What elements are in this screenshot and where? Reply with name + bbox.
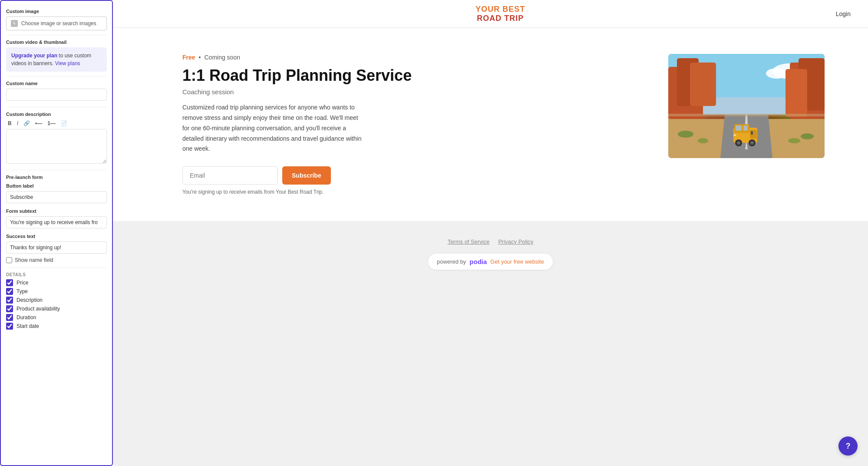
- custom-desc-label: Custom description: [6, 112, 107, 117]
- form-subtext-input[interactable]: [6, 216, 107, 228]
- svg-rect-10: [785, 69, 807, 117]
- svg-rect-7: [690, 63, 716, 106]
- upgrade-text-bold: Upgrade your plan: [11, 53, 57, 59]
- detail-description: Description: [6, 297, 107, 304]
- badge-dot: •: [199, 54, 201, 61]
- custom-name-input[interactable]: [6, 89, 107, 101]
- logo-line1: YOUR BEST: [475, 5, 525, 13]
- svg-point-28: [750, 141, 754, 145]
- description-checkbox[interactable]: [6, 297, 13, 304]
- hero-section: Free • Coming soon 1:1 Road Trip Plannin…: [113, 28, 868, 221]
- site-logo: YOUR BEST ROAD TRIP: [475, 5, 525, 23]
- left-panel: Custom image ✎ Choose image or search im…: [0, 0, 113, 466]
- main-content: YOUR BEST ROAD TRIP Login Free • Coming …: [113, 0, 868, 466]
- product-availability-checkbox[interactable]: [6, 305, 13, 312]
- italic-button[interactable]: I: [15, 119, 20, 127]
- svg-point-12: [678, 131, 693, 138]
- hero-image: [668, 54, 825, 158]
- svg-rect-29: [733, 134, 736, 136]
- svg-point-4: [766, 68, 788, 79]
- help-button[interactable]: ?: [838, 436, 858, 456]
- show-name-row: Show name field: [6, 257, 107, 263]
- custom-name-label: Custom name: [6, 81, 107, 86]
- detail-type: Type: [6, 288, 107, 295]
- start-date-label[interactable]: Start date: [17, 323, 39, 329]
- success-text-title: Success text: [6, 234, 107, 239]
- success-text-input[interactable]: [6, 241, 107, 254]
- show-name-checkbox[interactable]: [6, 257, 12, 263]
- custom-video-label: Custom video & thumbnail: [6, 40, 107, 45]
- subscribe-button[interactable]: Subscribe: [282, 166, 331, 185]
- choose-image-button[interactable]: ✎ Choose image or search images: [6, 17, 107, 30]
- type-label[interactable]: Type: [17, 288, 28, 294]
- svg-point-14: [698, 138, 708, 143]
- badge-free: Free: [182, 54, 195, 61]
- bold-button[interactable]: B: [6, 119, 13, 127]
- code-button[interactable]: 📄: [59, 119, 69, 127]
- subscribe-row: Subscribe: [182, 166, 642, 185]
- logo-line2: ROAD TRIP: [477, 14, 524, 23]
- custom-image-label: Custom image: [6, 9, 107, 14]
- svg-rect-21: [736, 126, 742, 131]
- product-availability-label[interactable]: Product availability: [17, 306, 60, 312]
- price-checkbox[interactable]: [6, 279, 13, 286]
- hero-subtitle: Coaching session: [182, 88, 642, 96]
- get-free-link[interactable]: Get your free website: [490, 258, 544, 265]
- unordered-list-button[interactable]: •—: [33, 119, 44, 127]
- button-label-input[interactable]: [6, 191, 107, 203]
- detail-price: Price: [6, 279, 107, 286]
- detail-start-date: Start date: [6, 323, 107, 330]
- hero-title: 1:1 Road Trip Planning Service: [182, 66, 642, 85]
- nav-bar: YOUR BEST ROAD TRIP Login: [113, 0, 868, 28]
- svg-point-13: [801, 133, 814, 139]
- desc-toolbar: B I 🔗 •— 1— 📄: [6, 119, 107, 127]
- form-subtext-title: Form subtext: [6, 208, 107, 214]
- link-button[interactable]: 🔗: [22, 119, 32, 127]
- login-link[interactable]: Login: [836, 10, 851, 17]
- podia-logo: podia: [469, 258, 487, 265]
- terms-link[interactable]: Terms of Service: [448, 238, 490, 245]
- svg-point-15: [788, 138, 800, 143]
- detail-product-availability: Product availability: [6, 305, 107, 312]
- privacy-link[interactable]: Privacy Policy: [498, 238, 533, 245]
- badge-coming-soon: Coming soon: [204, 54, 240, 61]
- description-label[interactable]: Description: [17, 297, 43, 303]
- svg-rect-30: [668, 114, 825, 116]
- custom-desc-textarea[interactable]: [6, 129, 107, 164]
- duration-checkbox[interactable]: [6, 314, 13, 321]
- form-subtext: You're signing up to receive emails from…: [182, 189, 642, 195]
- footer-links: Terms of Service Privacy Policy: [448, 238, 534, 245]
- button-label-title: Button label: [6, 183, 107, 188]
- show-name-label[interactable]: Show name field: [15, 257, 53, 263]
- image-icon: ✎: [11, 20, 18, 27]
- svg-rect-22: [743, 126, 748, 131]
- email-input[interactable]: [182, 166, 278, 185]
- footer-section: Terms of Service Privacy Policy powered …: [113, 221, 868, 466]
- start-date-checkbox[interactable]: [6, 323, 13, 330]
- hero-description: Customized road trip planning services f…: [182, 102, 365, 154]
- hero-left: Free • Coming soon 1:1 Road Trip Plannin…: [182, 54, 642, 195]
- duration-label[interactable]: Duration: [17, 314, 36, 321]
- detail-duration: Duration: [6, 314, 107, 321]
- details-section-label: DETAILS: [6, 272, 107, 277]
- powered-by-box: powered by podia Get your free website: [428, 254, 553, 270]
- hero-image-svg: [668, 54, 825, 158]
- type-checkbox[interactable]: [6, 288, 13, 295]
- prelaunch-form-label: Pre-launch form: [6, 175, 107, 180]
- svg-point-26: [737, 141, 740, 145]
- powered-by-text: powered by: [437, 258, 466, 265]
- view-plans-link[interactable]: View plans: [55, 60, 80, 66]
- upgrade-box: Upgrade your plan to use custom videos i…: [6, 47, 107, 72]
- hero-badge: Free • Coming soon: [182, 54, 642, 61]
- price-label[interactable]: Price: [17, 280, 28, 286]
- ordered-list-button[interactable]: 1—: [46, 119, 57, 127]
- svg-rect-24: [751, 131, 753, 135]
